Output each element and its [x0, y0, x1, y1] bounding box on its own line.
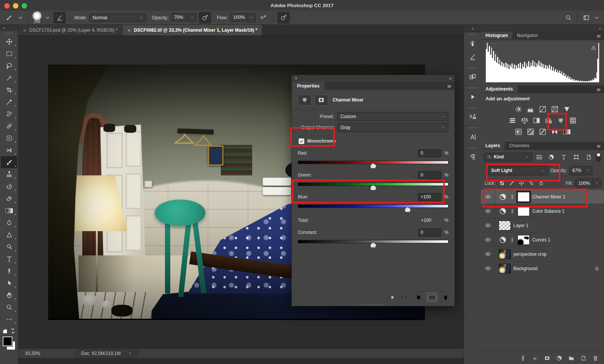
panel-grip[interactable]	[5, 32, 14, 34]
adjustment-exposure-icon[interactable]	[550, 104, 560, 114]
adjustment-curves-icon[interactable]	[538, 104, 548, 114]
cached-data-warning-icon[interactable]	[591, 45, 596, 51]
dodge-tool[interactable]	[1, 241, 17, 253]
content-aware-move-tool[interactable]	[1, 144, 17, 156]
new-adjustment-layer-button[interactable]	[554, 353, 564, 363]
visibility-eye-icon[interactable]	[481, 204, 495, 218]
tab-channels[interactable]: Channels	[505, 142, 534, 149]
link-layers-button[interactable]	[518, 353, 528, 363]
layer-filter-select[interactable]: Kind	[484, 153, 532, 161]
chevron-down-icon[interactable]	[44, 14, 51, 21]
layer-style-fx-button[interactable]: fx	[530, 353, 540, 363]
eraser-tool[interactable]	[1, 192, 17, 204]
slider-value-field[interactable]: 0	[418, 171, 441, 179]
document-size-info[interactable]: Doc: 92,0M/219,1M	[75, 349, 139, 358]
close-icon[interactable]: ×	[23, 28, 26, 33]
panel-resize-grip[interactable]	[361, 304, 385, 306]
pressure-size-button[interactable]	[277, 12, 290, 23]
mask-link-icon[interactable]	[510, 193, 515, 201]
paragraph-panel-button[interactable]	[464, 150, 481, 164]
clone-source-panel-button[interactable]	[464, 70, 481, 84]
filter-type-layers-icon[interactable]	[559, 153, 569, 161]
tab-layers[interactable]: Layers	[481, 142, 505, 149]
slider-value-field[interactable]: 0	[418, 149, 441, 157]
layer-fill-select[interactable]: 100%	[575, 178, 593, 188]
brush-preset-picker[interactable]: 268	[32, 11, 42, 24]
adjustment-gradient-map-icon[interactable]	[562, 127, 572, 136]
adjustment-layer-icon[interactable]	[499, 193, 507, 201]
collapse-tools-button[interactable]: »	[0, 25, 18, 31]
lock-image-pixels-icon[interactable]	[508, 180, 516, 187]
adjustment-selective-color-icon[interactable]	[550, 127, 560, 136]
blend-mode-select[interactable]: Normal	[89, 14, 146, 22]
swap-colors-icon[interactable]	[9, 327, 16, 334]
sharpen-tool[interactable]	[1, 229, 17, 241]
panel-grip[interactable]	[468, 127, 477, 129]
layer-row-background[interactable]: Background	[481, 261, 604, 276]
adjustment-color-lookup-icon[interactable]	[568, 116, 578, 125]
adjustment-hue-saturation-icon[interactable]	[507, 116, 518, 125]
filter-smart-objects-icon[interactable]	[584, 153, 593, 161]
gradient-tool[interactable]	[1, 204, 17, 217]
panel-grip[interactable]	[468, 67, 477, 69]
layer-thumbnail[interactable]	[499, 249, 511, 259]
perspective-crop-tool[interactable]	[1, 84, 17, 96]
close-window-button[interactable]	[4, 3, 10, 9]
visibility-eye-icon[interactable]	[481, 233, 495, 247]
slider-track[interactable]	[298, 183, 448, 186]
chevron-down-icon[interactable]	[188, 13, 196, 22]
layer-row-channel-mixer-1[interactable]: Channel Mixer 1	[481, 190, 604, 204]
delete-adjustment-button[interactable]	[439, 292, 451, 303]
adjustment-posterize-icon[interactable]	[525, 127, 536, 136]
maximize-window-button[interactable]	[22, 3, 27, 9]
workspace-switcher-icon[interactable]	[583, 14, 590, 21]
layer-row-perspective-crop[interactable]: perspective crop	[481, 247, 604, 261]
slider-thumb[interactable]	[370, 163, 376, 169]
panel-menu-icon[interactable]	[447, 84, 452, 89]
panel-grip[interactable]	[468, 107, 477, 109]
mask-link-icon[interactable]	[510, 207, 515, 215]
spot-healing-brush-tool[interactable]	[1, 108, 17, 120]
history-brush-tool[interactable]	[1, 180, 17, 192]
document-tab-1[interactable]: × DSCF1703.psd @ 25% (Layer 4, RGB/16) *	[18, 25, 123, 35]
layer-mask-icon[interactable]	[314, 95, 328, 106]
chevron-right-icon[interactable]	[128, 351, 132, 356]
panel-menu-icon[interactable]	[596, 34, 601, 39]
lock-transparent-pixels-icon[interactable]	[498, 180, 506, 187]
marquee-tool[interactable]	[1, 48, 17, 60]
toggle-brush-settings-button[interactable]	[54, 12, 66, 23]
layer-thumbnail[interactable]	[499, 221, 511, 230]
slider-thumb[interactable]	[405, 207, 411, 212]
chevron-down-icon[interactable]	[248, 13, 256, 22]
tab-navigator[interactable]: Navigator	[512, 32, 542, 39]
visibility-eye-icon[interactable]	[481, 190, 495, 204]
add-layer-mask-button[interactable]	[542, 353, 552, 363]
visibility-eye-icon[interactable]	[481, 218, 495, 232]
layer-mask-thumbnail[interactable]	[518, 235, 530, 245]
brushes-panel-button[interactable]	[464, 37, 481, 50]
visibility-eye-icon[interactable]	[481, 261, 495, 275]
visibility-eye-icon[interactable]	[481, 247, 495, 261]
chevron-down-icon[interactable]	[593, 14, 600, 21]
slider-track[interactable]	[298, 161, 448, 164]
zoom-tool[interactable]	[1, 301, 17, 313]
pen-tool[interactable]	[1, 265, 17, 277]
close-icon[interactable]: ×	[128, 28, 131, 33]
opacity-select[interactable]: 70%	[171, 13, 188, 22]
pressure-opacity-button[interactable]	[199, 12, 211, 23]
filter-shape-layers-icon[interactable]	[572, 153, 581, 161]
chevron-down-icon[interactable]	[593, 178, 601, 187]
hand-tool[interactable]	[1, 289, 17, 301]
panel-grip[interactable]	[468, 34, 477, 35]
delete-layer-button[interactable]	[590, 353, 600, 363]
character-panel-button[interactable]	[464, 130, 481, 144]
layer-thumbnail[interactable]	[499, 264, 511, 273]
expand-panels-button[interactable]: «	[464, 25, 481, 32]
zoom-level-field[interactable]: 33,33%	[18, 351, 51, 356]
adjustment-black-and-white-icon[interactable]	[532, 116, 542, 125]
tab-histogram[interactable]: Histogram	[481, 32, 512, 39]
clip-to-layer-button[interactable]	[385, 292, 397, 303]
reset-adjustment-button[interactable]	[412, 292, 424, 303]
eyedropper-tool[interactable]	[1, 96, 17, 108]
healing-brush-tool[interactable]	[1, 120, 17, 132]
